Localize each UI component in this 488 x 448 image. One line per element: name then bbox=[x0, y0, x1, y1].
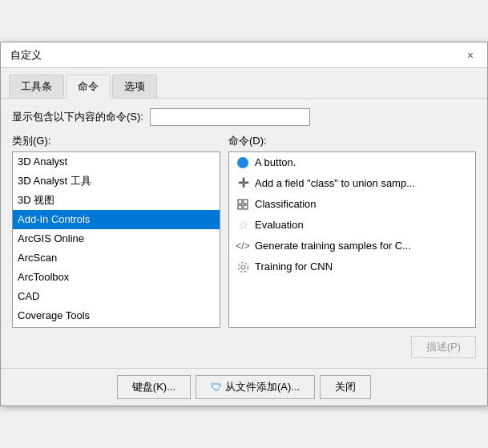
command-label: 命令(D): bbox=[228, 134, 476, 148]
add-from-file-label: 从文件添加(A)... bbox=[225, 380, 300, 394]
customize-dialog: 自定义 × 工具条 命令 选项 显示包含以下内容的命令(S): 类别(G): 3… bbox=[0, 42, 488, 406]
list-item[interactable]: CAD bbox=[13, 287, 220, 306]
command-item[interactable]: Classification bbox=[229, 194, 475, 215]
search-row: 显示包含以下内容的命令(S): bbox=[12, 108, 476, 126]
svg-point-4 bbox=[241, 265, 245, 269]
list-item[interactable]: 3D Analyst 工具 bbox=[13, 172, 220, 191]
columns-row: 类别(G): 3D Analyst 3D Analyst 工具 3D 视图 Ad… bbox=[12, 134, 476, 328]
svg-point-5 bbox=[238, 262, 248, 272]
content-area: 显示包含以下内容的命令(S): 类别(G): 3D Analyst 3D Ana… bbox=[1, 99, 487, 368]
svg-rect-2 bbox=[238, 205, 242, 209]
category-listbox[interactable]: 3D Analyst 3D Analyst 工具 3D 视图 Add-In Co… bbox=[12, 151, 220, 328]
command-item-label: Training for CNN bbox=[255, 258, 333, 276]
close-bottom-button[interactable]: 关闭 bbox=[320, 375, 371, 399]
list-item[interactable]: 3D 视图 bbox=[13, 191, 220, 210]
command-item-label: Evaluation bbox=[255, 216, 304, 234]
tab-toolbar[interactable]: 工具条 bbox=[9, 75, 64, 98]
category-column: 类别(G): 3D Analyst 3D Analyst 工具 3D 视图 Ad… bbox=[12, 134, 220, 328]
svg-rect-1 bbox=[244, 200, 248, 204]
describe-button[interactable]: 描述(P) bbox=[411, 336, 476, 358]
command-item[interactable]: ☆ Evaluation bbox=[229, 215, 475, 236]
list-item[interactable]: ArcToolbox bbox=[13, 268, 220, 287]
command-item-label: Add a field "class" to union samp... bbox=[255, 175, 415, 192]
circle-blue-icon bbox=[236, 155, 250, 170]
keyboard-button-label: 键盘(K)... bbox=[132, 380, 175, 394]
category-label: 类别(G): bbox=[12, 134, 220, 148]
close-button[interactable]: × bbox=[462, 46, 479, 64]
star-icon: ☆ bbox=[236, 218, 250, 232]
dialog-title: 自定义 bbox=[10, 48, 42, 63]
cog-icon bbox=[236, 260, 250, 274]
list-item-selected[interactable]: Add-In Controls bbox=[13, 210, 220, 229]
add-from-file-button[interactable]: 🛡 从文件添加(A)... bbox=[196, 375, 315, 399]
list-item[interactable]: Coverage Tools bbox=[13, 306, 220, 325]
command-item[interactable]: A button. bbox=[229, 152, 475, 173]
command-item-label: Classification bbox=[255, 196, 317, 213]
title-bar: 自定义 × bbox=[1, 42, 487, 68]
command-item-label: A button. bbox=[255, 154, 296, 172]
describe-row: 描述(P) bbox=[12, 336, 476, 358]
svg-rect-3 bbox=[244, 205, 248, 209]
grid-icon bbox=[236, 197, 250, 212]
shield-icon: 🛡 bbox=[211, 381, 222, 394]
svg-rect-0 bbox=[238, 200, 242, 204]
command-listbox[interactable]: A button. ✛ Add a field "class" to union… bbox=[228, 151, 476, 328]
search-input[interactable] bbox=[150, 108, 310, 126]
tab-options[interactable]: 选项 bbox=[112, 75, 157, 98]
list-item[interactable]: Data Interoperability 工具 bbox=[13, 325, 220, 328]
command-item[interactable]: ✛ Add a field "class" to union samp... bbox=[229, 173, 475, 194]
cross-icon: ✛ bbox=[236, 176, 250, 191]
list-item[interactable]: ArcGIS Online bbox=[13, 229, 220, 248]
command-column: 命令(D): A button. ✛ Add a field "class" t… bbox=[228, 134, 476, 328]
close-bottom-label: 关闭 bbox=[335, 380, 356, 394]
search-label: 显示包含以下内容的命令(S): bbox=[12, 110, 143, 124]
code-icon: </> bbox=[236, 239, 250, 253]
command-item[interactable]: </> Generate training samples for C... bbox=[229, 236, 475, 256]
list-item[interactable]: 3D Analyst bbox=[13, 152, 220, 172]
command-item[interactable]: Training for CNN bbox=[229, 256, 475, 277]
list-item[interactable]: ArcScan bbox=[13, 248, 220, 268]
keyboard-button[interactable]: 键盘(K)... bbox=[117, 375, 191, 399]
tab-command[interactable]: 命令 bbox=[66, 75, 111, 99]
bottom-bar: 键盘(K)... 🛡 从文件添加(A)... 关闭 bbox=[1, 368, 487, 406]
command-item-label: Generate training samples for C... bbox=[255, 237, 411, 255]
tabs-row: 工具条 命令 选项 bbox=[1, 68, 487, 99]
